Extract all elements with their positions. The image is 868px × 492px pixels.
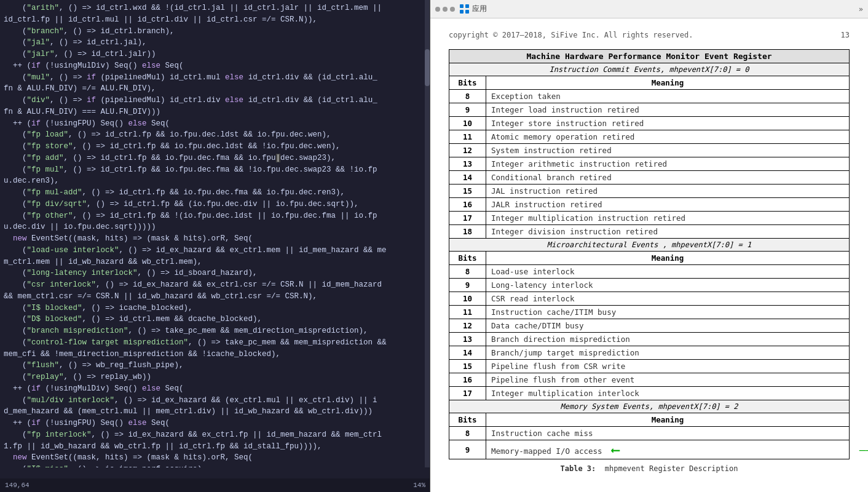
bits-cell: 9 <box>449 103 486 117</box>
bits-cell: 15 <box>449 184 486 198</box>
col-header-meaning: Meaning <box>486 413 850 427</box>
code-line: ("replay", () => replay_wb)) <box>2 371 425 383</box>
table-row: 8 Load-use interlock <box>449 265 850 279</box>
window-dot <box>450 7 455 12</box>
bits-cell: 12 <box>449 144 486 157</box>
bits-cell: 10 <box>449 117 486 130</box>
code-line: ++ (if (!usingMulDiv) Seq() else Seq( <box>2 60 425 72</box>
meaning-cell: Long-latency interlock <box>486 279 850 292</box>
table-row: 13 Integer arithmetic instruction retire… <box>449 157 850 171</box>
code-line: fn & ALU.FN_DIV) =/= ALU.FN_DIV), <box>2 83 425 95</box>
table-caption: Table 3: mhpmevent Register Description <box>449 464 850 473</box>
app-icon <box>460 4 470 14</box>
app-icon-dot <box>460 4 464 8</box>
meaning-cell: Integer load instruction retired <box>486 103 850 117</box>
app-label: 应用 <box>460 4 487 14</box>
code-line: ++ (if (!usingMulDiv) Seq() else Seq( <box>2 383 425 395</box>
meaning-cell: JALR instruction retired <box>486 198 850 212</box>
table-row: 8 Exception taken <box>449 90 850 103</box>
table-row: 8 Instruction cache miss <box>449 427 850 440</box>
code-line: m_ctrl.mem || id_wb_hazard && wb_ctrl.me… <box>2 256 425 268</box>
table-row: 14 Conditional branch retired <box>449 171 850 184</box>
meaning-cell: Integer arithmetic instruction retired <box>486 157 850 171</box>
table-title: Machine Hardware Performance Monitor Eve… <box>449 50 850 63</box>
meaning-cell: Instruction cache miss <box>486 427 850 440</box>
col-header-meaning: Meaning <box>486 252 850 265</box>
meaning-cell: Load-use interlock <box>486 265 850 279</box>
statusbar-left: 149,64 14% <box>0 478 430 492</box>
table-row: 10 Integer store instruction retired <box>449 117 850 130</box>
meaning-cell: Integer multiplication instruction retir… <box>486 212 850 225</box>
app-icon-dot <box>465 10 469 14</box>
meaning-cell: CSR read interlock <box>486 292 850 306</box>
table-row: 17 Integer multiplication interlock <box>449 387 850 400</box>
code-line: ("fp interlock", () => id_ex_hazard && e… <box>2 429 425 441</box>
code-line: ("fp add", () => id_ctrl.fp && io.fpu.de… <box>2 153 425 164</box>
bits-cell: 14 <box>449 171 486 184</box>
code-line: ("csr interlock", () => id_ex_hazard && … <box>2 279 425 291</box>
code-line: && mem_ctrl.csr =/= CSR.N || id_wb_hazar… <box>2 291 425 303</box>
meaning-cell: Data cache/DTIM busy <box>486 319 850 333</box>
code-line: ("fp div/sqrt", () => id_ctrl.fp && (io.… <box>2 199 425 210</box>
table-row: 9 Integer load instruction retired <box>449 103 850 117</box>
table-row: 10 CSR read interlock <box>449 292 850 306</box>
green-arrow-line: ———— <box>859 443 868 456</box>
code-line: ("branch", () => id_ctrl.branch), <box>2 26 425 38</box>
copyright-text: copyright © 2017–2018, SiFive Inc. All r… <box>449 31 693 39</box>
page-number: 13 <box>841 31 850 39</box>
bits-cell: 8 <box>449 265 486 279</box>
meaning-cell: Instruction cache/ITIM busy <box>486 306 850 319</box>
code-scrollbar-thumb[interactable] <box>425 49 430 86</box>
table-row: 16 Pipeline flush from other event <box>449 373 850 387</box>
col-header-meaning: Meaning <box>486 76 850 90</box>
document-viewer: 应用 » copyright © 2017–2018, SiFive Inc. … <box>430 0 868 492</box>
table-row: 9 Memory-mapped I/O access ⟵ ———— <box>449 440 850 459</box>
toolbar-expand-icon[interactable]: » <box>859 5 863 14</box>
code-line: fn & ALU.FN_DIV) === ALU.FN_DIV))) <box>2 106 425 118</box>
code-line: ("mul/div interlock", () => id_ex_hazard… <box>2 395 425 407</box>
bits-cell: 11 <box>449 306 486 319</box>
bits-cell: 15 <box>449 360 486 373</box>
bits-cell: 17 <box>449 212 486 225</box>
code-scrollbar[interactable] <box>425 0 430 467</box>
code-line: ("control-flow target misprediction", ()… <box>2 337 425 349</box>
scroll-percent: 14% <box>413 482 425 489</box>
window-dot <box>443 7 448 12</box>
code-line: ++ (if (!usingFPU) Seq() else Seq( <box>2 418 425 429</box>
table-row: 13 Branch direction misprediction <box>449 333 850 346</box>
code-line: ("fp mul", () => id_ctrl.fp && io.fpu.de… <box>2 164 425 176</box>
meaning-cell: Memory-mapped I/O access ⟵ ———— <box>486 440 850 459</box>
meaning-cell: System instruction retired <box>486 144 850 157</box>
bits-cell: 18 <box>449 225 486 239</box>
table-row: 16 JALR instruction retired <box>449 198 850 212</box>
meaning-cell: JAL instruction retired <box>486 184 850 198</box>
table-row: 15 JAL instruction retired <box>449 184 850 198</box>
col-header-bits: Bits <box>449 252 486 265</box>
cursor-position: 149,64 <box>5 482 30 489</box>
bits-cell: 14 <box>449 346 486 360</box>
code-line: u.dec.ren3), <box>2 175 425 187</box>
meaning-cell: Integer multiplication interlock <box>486 387 850 400</box>
window-controls <box>435 7 455 12</box>
section-header-0: Instruction Commit Events, mhpeventX[7:0… <box>449 63 850 76</box>
code-line: ("flush", () => wb_reg_flush_pipe), <box>2 360 425 371</box>
code-line: ("div", () => if (pipelinedMul) id_ctrl.… <box>2 95 425 106</box>
table-row: 9 Long-latency interlock <box>449 279 850 292</box>
bits-cell: 17 <box>449 387 486 400</box>
code-line: ++ (if (!usingFPU) Seq() else Seq( <box>2 118 425 130</box>
code-line: ("jalr", () => id_ctrl.jalr)) <box>2 49 425 60</box>
table-row: 12 System instruction retired <box>449 144 850 157</box>
doc-content[interactable]: copyright © 2017–2018, SiFive Inc. All r… <box>430 18 868 492</box>
code-line: mem_cfi && !mem_direction_misprediction … <box>2 349 425 360</box>
table-row: 15 Pipeline flush from CSR write <box>449 360 850 373</box>
table-row: 14 Branch/jump target misprediction <box>449 346 850 360</box>
meaning-cell: Exception taken <box>486 90 850 103</box>
bits-cell: 10 <box>449 292 486 306</box>
code-line: 1.fp || id_wb_hazard && wb_ctrl.fp || id… <box>2 441 425 453</box>
code-line: ("mul", () => if (pipelinedMul) id_ctrl.… <box>2 72 425 84</box>
code-content: ("arith", () => id_ctrl.wxd && !(id_ctrl… <box>0 0 430 467</box>
performance-monitor-table: Machine Hardware Performance Monitor Eve… <box>449 49 850 459</box>
section-header-1: Microarchitectural Events , mhpeventX[7:… <box>449 239 850 252</box>
bits-cell: 9 <box>449 279 486 292</box>
meaning-cell: Integer store instruction retired <box>486 117 850 130</box>
